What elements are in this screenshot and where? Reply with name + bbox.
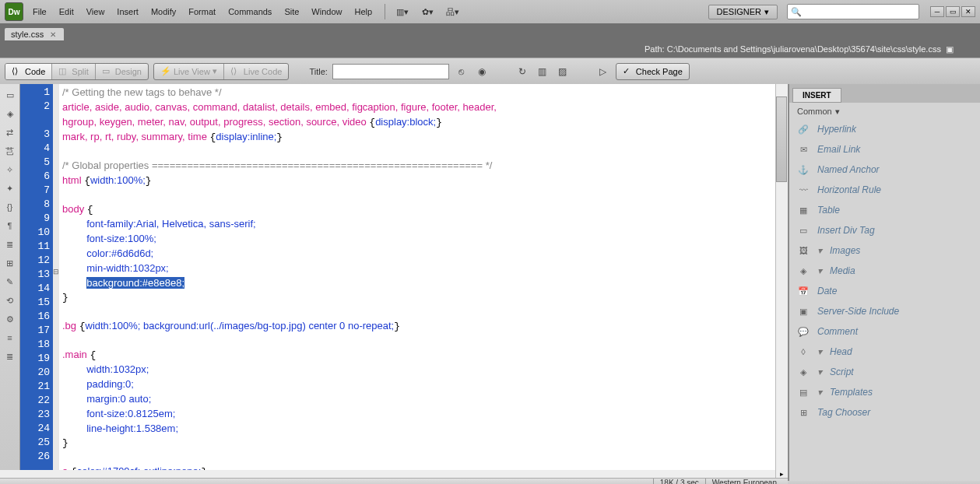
item-label: Date: [817, 286, 837, 296]
path-label: Path:: [645, 44, 665, 54]
insert-date[interactable]: 📅Date: [797, 283, 972, 299]
search-icon: 🔍: [791, 7, 802, 17]
code-editor[interactable]: ▭ ◈ ⇄ 芑 ✧ ✦ {} ¶ ≣ ⊞ ✎ ⟲ ⚙ ≡ ≣ 123456789…: [0, 84, 788, 470]
extend-icon[interactable]: ✿▾: [416, 4, 438, 19]
live-view-button[interactable]: ⚡Live View▾: [154, 64, 224, 79]
top-menu-bar: Dw FileEditViewInsertModifyFormatCommand…: [0, 0, 980, 23]
search-input[interactable]: 🔍: [787, 4, 919, 19]
insert-tag-chooser[interactable]: ⊞Tag Chooser: [797, 405, 972, 420]
minimize-button[interactable]: ─: [930, 6, 944, 17]
insert-templates[interactable]: ▤▾Templates: [797, 384, 972, 400]
insert-tab[interactable]: INSERT: [792, 88, 841, 103]
tool-icon[interactable]: ≣: [4, 238, 16, 251]
tool-icon[interactable]: ▥: [535, 64, 550, 79]
tool-icon[interactable]: ✎: [4, 275, 16, 288]
tool-icon[interactable]: ⚙: [4, 313, 16, 325]
tool-icon[interactable]: ◈: [4, 107, 16, 120]
menu-window[interactable]: Window: [305, 4, 348, 19]
tool-icon[interactable]: ▭: [4, 89, 16, 101]
check-page-button[interactable]: ✓Check Page: [616, 64, 689, 79]
menu-commands[interactable]: Commands: [222, 4, 278, 19]
close-tab-icon[interactable]: ✕: [50, 30, 56, 39]
category-label: Common: [797, 107, 832, 116]
design-view-button[interactable]: ▭Design: [96, 64, 148, 79]
title-input[interactable]: [332, 64, 449, 79]
item-label: Insert Div Tag: [817, 225, 875, 236]
tool-icon[interactable]: ✧: [4, 163, 16, 176]
layout-icon[interactable]: ▥▾: [392, 4, 413, 19]
tool-icon[interactable]: ⊞: [4, 257, 16, 269]
menu-view[interactable]: View: [80, 4, 111, 19]
item-icon: ▭: [797, 224, 810, 237]
item-icon: 🖼: [797, 244, 810, 257]
refresh-icon[interactable]: ↻: [515, 64, 530, 79]
close-button[interactable]: ✕: [961, 6, 975, 17]
app-logo: Dw: [5, 2, 23, 21]
separator: [385, 4, 385, 19]
scroll-right-icon[interactable]: ▸: [775, 470, 788, 478]
vertical-scrollbar[interactable]: [775, 84, 788, 470]
tool-icon[interactable]: ▷: [595, 64, 611, 79]
site-icon[interactable]: 品▾: [441, 4, 463, 19]
live-code-button[interactable]: ⟨⟩Live Code: [224, 64, 289, 79]
item-icon: ▦: [797, 204, 810, 216]
tool-icon[interactable]: ▨: [555, 64, 571, 79]
insert-named-anchor[interactable]: ⚓Named Anchor: [797, 162, 972, 177]
maximize-button[interactable]: ▭: [946, 6, 960, 17]
tool-icon[interactable]: ◉: [474, 64, 490, 79]
document-toolbar: ⟨⟩Code ◫Split ▭Design ⚡Live View▾ ⟨⟩Live…: [0, 58, 980, 84]
item-label: Table: [817, 205, 840, 216]
tool-icon[interactable]: ⇄: [4, 126, 16, 139]
item-label: Server-Side Include: [817, 306, 899, 317]
insert-table[interactable]: ▦Table: [797, 202, 972, 218]
tool-icon[interactable]: ✦: [4, 182, 16, 195]
menu-insert[interactable]: Insert: [111, 4, 145, 19]
tool-icon[interactable]: ¶: [4, 219, 16, 232]
line-gutter: 1234567891011121314151617181920212223242…: [20, 84, 53, 470]
menu-modify[interactable]: Modify: [145, 4, 182, 19]
item-label: Tag Chooser: [817, 407, 870, 418]
insert-images[interactable]: 🖼▾Images: [797, 243, 972, 258]
tool-icon[interactable]: {}: [4, 201, 16, 213]
insert-email-link[interactable]: ✉Email Link: [797, 142, 972, 157]
item-icon: ◊: [797, 345, 810, 358]
tool-icon[interactable]: 芑: [4, 145, 16, 157]
item-label: Named Anchor: [817, 164, 880, 175]
category-dropdown[interactable]: Common ▾: [789, 103, 980, 120]
chevron-down-icon: ▾: [817, 367, 822, 377]
menu-file[interactable]: File: [26, 4, 53, 19]
menu-format[interactable]: Format: [182, 4, 222, 19]
scrollbar-thumb[interactable]: [776, 96, 787, 182]
insert-insert-div-tag[interactable]: ▭Insert Div Tag: [797, 223, 972, 238]
split-view-button[interactable]: ◫Split: [52, 64, 95, 79]
insert-horizontal-rule[interactable]: 〰Horizontal Rule: [797, 182, 972, 198]
insert-comment[interactable]: 💬Comment: [797, 324, 972, 339]
insert-script[interactable]: ◈▾Script: [797, 364, 972, 380]
chevron-down-icon: ▾: [817, 387, 822, 398]
menu-edit[interactable]: Edit: [53, 4, 80, 19]
workspace-switcher[interactable]: DESIGNER▾: [708, 5, 778, 19]
code-text[interactable]: /* Getting the new tags to behave */arti…: [59, 84, 775, 470]
menu-help[interactable]: Help: [348, 4, 378, 19]
tool-icon[interactable]: ⎋: [454, 64, 469, 79]
item-icon: 〰: [797, 184, 810, 196]
status-size: 18K / 3 sec: [653, 479, 705, 484]
insert-panel: INSERT Common ▾ 🔗Hyperlink✉Email Link⚓Na…: [788, 84, 980, 481]
tool-icon[interactable]: ≣: [4, 350, 16, 363]
design-label: Design: [115, 67, 142, 76]
insert-head[interactable]: ◊▾Head: [797, 344, 972, 359]
tool-icon[interactable]: ≡: [4, 331, 16, 344]
tool-icon[interactable]: ⟲: [4, 294, 16, 307]
livecode-label: Live Code: [244, 67, 283, 76]
insert-media[interactable]: ◈▾Media: [797, 263, 972, 279]
insert-hyperlink[interactable]: 🔗Hyperlink: [797, 121, 972, 137]
path-value: C:\Documents and Settings\juliarovena\De…: [667, 44, 941, 54]
item-icon: ✉: [797, 143, 810, 156]
menu-site[interactable]: Site: [278, 4, 305, 19]
chevron-down-icon: ▾: [817, 245, 822, 256]
code-label: Code: [25, 67, 45, 76]
document-tab[interactable]: style.css ✕: [5, 28, 64, 40]
fold-column[interactable]: ⊟: [53, 84, 59, 470]
insert-server-side-include[interactable]: ▣Server-Side Include: [797, 303, 972, 319]
code-view-button[interactable]: ⟨⟩Code: [5, 64, 52, 79]
